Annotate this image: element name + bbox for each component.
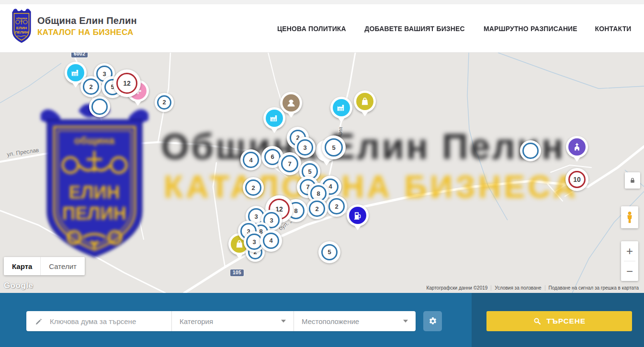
lock-button[interactable] (625, 172, 640, 189)
location-select-value: Местоположение (302, 317, 359, 325)
google-logo[interactable]: Google (4, 281, 34, 291)
zoom-out-button[interactable]: − (621, 261, 638, 281)
attribution-report-link[interactable]: Подаване на сигнал за грешка в картата (545, 285, 642, 291)
cluster-count: 6 (271, 153, 274, 160)
category-select[interactable]: Категория (171, 311, 294, 331)
cluster-count: 2 (162, 99, 166, 106)
cluster-count: 2 (89, 83, 92, 90)
cluster-ring: 10 (568, 171, 586, 188)
cluster-count: 2 (335, 203, 338, 210)
search-panel: Категория Местоположение ТЪРСЕНЕ (0, 293, 644, 347)
map-cluster-marker[interactable]: 12 (113, 69, 141, 97)
brand-subtitle: КАТАЛОГ НА БИЗНЕСА (37, 28, 137, 37)
cluster-count: 5 (308, 168, 311, 175)
attribution-terms-link[interactable]: Условия за ползване (491, 285, 544, 291)
map-cluster-marker[interactable]: 7 (278, 152, 301, 175)
nav-item-pricing[interactable]: ЦЕНОВА ПОЛИТИКА (277, 25, 346, 33)
brand-text: Община Елин Пелин КАТАЛОГ НА БИЗНЕСА (37, 15, 137, 37)
pencil-icon (35, 317, 43, 325)
svg-text:община: община (16, 17, 27, 20)
search-icon (533, 317, 542, 325)
cluster-count: 12 (123, 79, 131, 87)
cluster-ring (91, 99, 107, 114)
cluster-ring: 2 (83, 78, 99, 94)
keyword-section (26, 311, 171, 331)
map-cluster-marker[interactable]: 4 (240, 149, 261, 170)
cluster-count: 3 (102, 70, 106, 78)
cluster-count: 8 (294, 207, 297, 214)
cluster-count: 2 (251, 184, 255, 191)
cluster-ring: 7 (281, 155, 298, 172)
cluster-ring: 2 (245, 179, 261, 195)
map-cluster-marker[interactable]: 3 (294, 137, 316, 158)
cluster-ring: 5 (321, 244, 338, 261)
cluster-ring: 2 (328, 198, 344, 214)
map-cluster-marker[interactable]: 2 (80, 76, 102, 97)
cluster-count: 8 (316, 190, 320, 197)
cluster-count: 4 (269, 237, 272, 244)
svg-text:ЕЛИН: ЕЛИН (16, 26, 27, 30)
map-cluster-marker[interactable]: 2 (326, 196, 347, 217)
map-type-map-button[interactable]: Карта (4, 257, 40, 275)
search-button-label: ТЪРСЕНЕ (546, 317, 586, 325)
map-type-satellite-button[interactable]: Сателит (40, 257, 85, 275)
zoom-control: + − (621, 241, 638, 281)
gear-icon (428, 316, 438, 326)
page-top-strip (0, 0, 644, 4)
pegman-button[interactable] (621, 206, 638, 228)
keyword-search-input[interactable] (50, 317, 169, 325)
search-button[interactable]: ТЪРСЕНЕ (486, 311, 632, 331)
header: община ЕЛИН ПЕЛИН Община Елин Пелин КАТА… (0, 4, 644, 53)
map-attribution: Картографски данни ©2019 Условия за полз… (423, 285, 642, 291)
cluster-count: 5 (332, 144, 335, 151)
cluster-count: 2 (315, 205, 318, 213)
map-cluster-marker[interactable]: 2 (243, 177, 264, 198)
lock-icon (629, 177, 636, 184)
nav-item-contacts[interactable]: КОНТАКТИ (595, 25, 631, 33)
main-nav: ЦЕНОВА ПОЛИТИКА ДОБАВЕТЕ ВАШИЯТ БИЗНЕС М… (276, 4, 632, 53)
cluster-ring: 2 (309, 201, 325, 216)
map-canvas[interactable]: ул. Преславбул. „Новоселция 6002105 общи… (0, 53, 644, 293)
cluster-count: 5 (328, 248, 331, 256)
cluster-count: 10 (573, 176, 581, 183)
map-clusters-layer: 32512223546752748228123383234510 (0, 53, 644, 293)
advanced-settings-button[interactable] (423, 311, 442, 331)
chevron-down-icon (403, 320, 408, 323)
location-select[interactable]: Местоположение (294, 311, 416, 331)
cluster-count: 3 (303, 144, 306, 151)
map-cluster-marker[interactable]: 10 (565, 168, 588, 191)
cluster-ring (522, 143, 538, 158)
cluster-count: 3 (252, 238, 256, 246)
cluster-count: 4 (328, 183, 332, 190)
map-cluster-marker[interactable]: 5 (318, 241, 340, 263)
cluster-ring: 2 (157, 95, 171, 110)
cluster-count: 4 (249, 157, 252, 164)
map-type-control: Карта Сателит (4, 257, 85, 275)
category-select-value: Категория (180, 317, 213, 325)
chevron-down-icon (281, 320, 286, 323)
map-cluster-marker[interactable]: 2 (155, 93, 174, 112)
cluster-ring: 12 (116, 73, 137, 94)
brand-logo[interactable]: община ЕЛИН ПЕЛИН Община Елин Пелин КАТА… (11, 8, 137, 45)
map-cluster-marker[interactable]: 2 (306, 198, 328, 219)
search-bar: Категория Местоположение (26, 311, 416, 331)
map-cluster-marker[interactable]: 4 (260, 230, 282, 252)
brand-title: Община Елин Пелин (37, 15, 137, 26)
municipality-crest-icon: община ЕЛИН ПЕЛИН (11, 8, 33, 45)
map-cluster-marker[interactable] (89, 96, 110, 117)
nav-item-route-schedule[interactable]: МАРШРУТНО РАЗПИСАНИЕ (484, 25, 577, 33)
page: община ЕЛИН ПЕЛИН Община Елин Пелин КАТА… (0, 0, 644, 347)
cluster-ring: 4 (263, 233, 280, 249)
cluster-ring: 5 (325, 138, 343, 157)
attribution-copyright: Картографски данни ©2019 (423, 285, 491, 291)
nav-item-add-business[interactable]: ДОБАВЕТЕ ВАШИЯТ БИЗНЕС (364, 25, 464, 33)
map-cluster-marker[interactable] (520, 140, 541, 161)
pegman-icon (625, 210, 634, 224)
cluster-ring: 3 (297, 139, 313, 155)
cluster-count: 3 (270, 217, 273, 224)
cluster-ring: 4 (243, 152, 259, 168)
svg-text:ПЕЛИН: ПЕЛИН (15, 30, 28, 34)
zoom-in-button[interactable]: + (621, 241, 638, 261)
cluster-count: 3 (254, 213, 258, 220)
map-cluster-marker[interactable]: 5 (322, 135, 346, 159)
